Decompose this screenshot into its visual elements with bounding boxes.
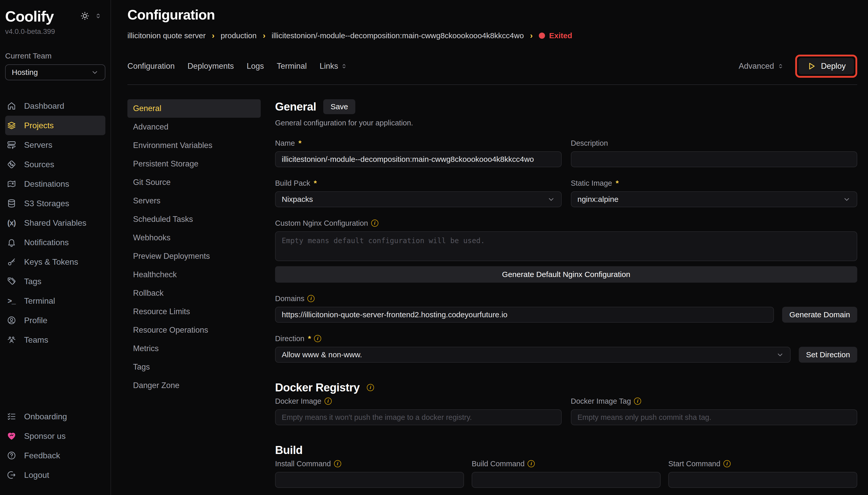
chevrons-up-down-icon [341, 63, 347, 69]
static-image-select[interactable]: nginx:alpine [571, 191, 857, 207]
build-pack-field: Build Pack* Nixpacks [275, 178, 562, 207]
subnav-resource-operations[interactable]: Resource Operations [127, 321, 261, 339]
tab-configuration[interactable]: Configuration [127, 62, 175, 71]
sidebar-item-projects[interactable]: Projects [5, 116, 105, 135]
chevron-down-icon [91, 68, 99, 76]
layers-icon [7, 121, 16, 130]
build-command-input[interactable] [472, 472, 661, 488]
sidebar-footer-nav: Onboarding Sponsor us Feedback Logout [5, 407, 105, 485]
sidebar-item-destinations[interactable]: Destinations [5, 174, 105, 194]
sidebar-item-terminal[interactable]: >_ Terminal [5, 291, 105, 311]
play-icon [807, 62, 816, 71]
breadcrumb-application[interactable]: illicitestonion/-module--decomposition:m… [272, 31, 524, 40]
chevron-down-icon [547, 195, 555, 203]
subnav-environment-variables[interactable]: Environment Variables [127, 136, 261, 155]
app-version: v4.0.0-beta.399 [5, 28, 105, 36]
static-image-field: Static Image* nginx:alpine [571, 178, 857, 207]
theme-sun-icon[interactable] [80, 11, 89, 20]
sidebar-item-servers[interactable]: Servers [5, 135, 105, 155]
sidebar-item-dashboard[interactable]: Dashboard [5, 96, 105, 116]
sidebar-item-shared-variables[interactable]: (x) Shared Variables [5, 213, 105, 233]
custom-nginx-field: Custom Nginx Configurationi Generate Def… [275, 219, 857, 283]
set-direction-button[interactable]: Set Direction [799, 347, 857, 363]
chevron-down-icon [776, 351, 784, 359]
build-pack-select[interactable]: Nixpacks [275, 191, 562, 207]
info-icon: i [528, 460, 535, 467]
tab-logs[interactable]: Logs [247, 62, 264, 71]
sidebar-item-s3-storages[interactable]: S3 Storages [5, 194, 105, 213]
generate-domain-button[interactable]: Generate Domain [782, 307, 857, 323]
sidebar-item-profile[interactable]: Profile [5, 311, 105, 330]
name-input[interactable] [275, 151, 562, 167]
advanced-dropdown[interactable]: Advanced [739, 62, 784, 71]
breadcrumb-environment[interactable]: production [221, 31, 256, 40]
checklist-icon [7, 412, 16, 421]
sidebar-item-onboarding[interactable]: Onboarding [5, 407, 105, 426]
docker-image-input[interactable] [275, 409, 562, 425]
page-title: Configuration [127, 7, 857, 22]
save-button[interactable]: Save [323, 99, 355, 114]
generate-nginx-config-button[interactable]: Generate Default Nginx Configuration [275, 266, 857, 283]
info-icon: i [634, 397, 641, 405]
sidebar-item-sources[interactable]: Sources [5, 155, 105, 174]
sidebar-item-teams[interactable]: Teams [5, 330, 105, 349]
install-command-input[interactable] [275, 472, 464, 488]
subnav-danger-zone[interactable]: Danger Zone [127, 376, 261, 395]
sidebar-item-feedback[interactable]: Feedback [5, 446, 105, 465]
domains-field: Domainsi Generate Domain [275, 294, 857, 323]
subnav-preview-deployments[interactable]: Preview Deployments [127, 247, 261, 266]
breadcrumb-separator: › [212, 31, 215, 40]
subnav-persistent-storage[interactable]: Persistent Storage [127, 155, 261, 173]
general-heading: General [275, 100, 316, 113]
info-icon: i [307, 295, 315, 302]
start-command-field: Start Commandi [668, 459, 857, 488]
direction-select[interactable]: Allow www & non-www. [275, 347, 791, 363]
subnav-tags[interactable]: Tags [127, 358, 261, 376]
docker-image-tag-input[interactable] [571, 409, 857, 425]
theme-chevrons-icon[interactable] [94, 12, 102, 19]
sidebar-item-logout[interactable]: Logout [5, 465, 105, 485]
subnav-general[interactable]: General [127, 99, 261, 118]
help-circle-icon [7, 450, 16, 460]
subnav-git-source[interactable]: Git Source [127, 173, 261, 192]
breadcrumb-separator: › [263, 31, 266, 40]
chevron-down-icon [843, 195, 851, 203]
sidebar-item-keys-tokens[interactable]: Keys & Tokens [5, 252, 105, 272]
required-asterisk: * [314, 179, 317, 187]
custom-nginx-textarea[interactable] [275, 231, 857, 261]
deploy-highlight-ring: Deploy [795, 55, 857, 78]
info-icon: i [334, 460, 341, 467]
users-icon [7, 335, 16, 345]
main-area: Configuration illicitonion quote server … [111, 0, 868, 495]
docker-image-tag-field: Docker Image Tagi [571, 396, 857, 425]
tab-deployments[interactable]: Deployments [188, 62, 234, 71]
sidebar-item-sponsor[interactable]: Sponsor us [5, 426, 105, 446]
team-select-value: Hosting [12, 68, 38, 77]
deploy-button[interactable]: Deploy [799, 58, 854, 74]
description-input[interactable] [571, 151, 857, 167]
subnav-metrics[interactable]: Metrics [127, 339, 261, 358]
subnav-healthcheck[interactable]: Healthcheck [127, 266, 261, 284]
subnav-rollback[interactable]: Rollback [127, 284, 261, 302]
tab-links[interactable]: Links [320, 62, 347, 71]
docker-image-field: Docker Imagei [275, 396, 562, 425]
subnav-resource-limits[interactable]: Resource Limits [127, 302, 261, 321]
sidebar-item-notifications[interactable]: Notifications [5, 233, 105, 252]
tab-terminal[interactable]: Terminal [277, 62, 307, 71]
domains-input[interactable] [275, 307, 774, 323]
info-icon: i [723, 460, 731, 467]
subnav-webhooks[interactable]: Webhooks [127, 228, 261, 247]
info-icon: i [324, 397, 332, 405]
subnav-advanced[interactable]: Advanced [127, 118, 261, 136]
sidebar-nav: Dashboard Projects Servers Sources Desti… [5, 96, 105, 349]
subnav-servers[interactable]: Servers [127, 192, 261, 210]
home-icon [7, 101, 16, 111]
team-select[interactable]: Hosting [5, 64, 105, 80]
sidebar-item-tags[interactable]: Tags [5, 272, 105, 291]
name-field: Name* [275, 138, 562, 167]
bell-icon [7, 238, 16, 247]
start-command-input[interactable] [668, 472, 857, 488]
logout-icon [7, 470, 16, 480]
breadcrumb-project[interactable]: illicitonion quote server [127, 31, 206, 40]
subnav-scheduled-tasks[interactable]: Scheduled Tasks [127, 210, 261, 228]
